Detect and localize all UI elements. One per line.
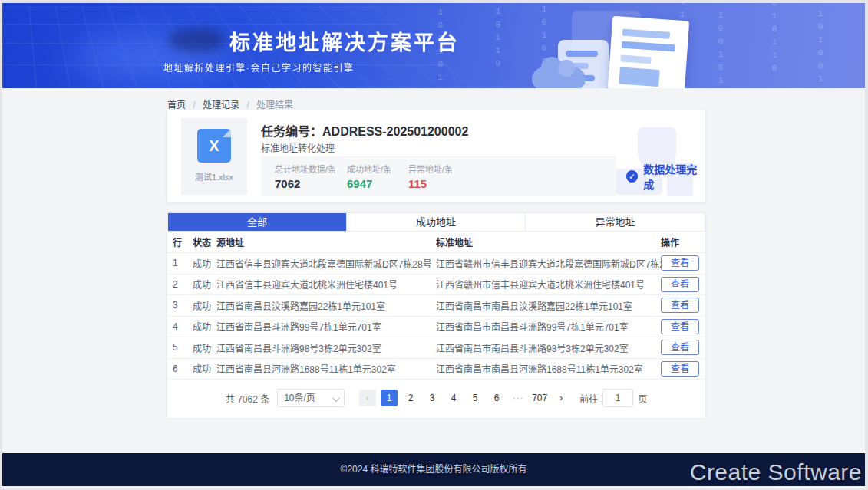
chevron-down-icon bbox=[332, 394, 340, 402]
check-circle-icon: ✓ bbox=[626, 170, 638, 183]
stat-success: 成功地址/条 6947 bbox=[347, 163, 391, 190]
col-source: 源地址 bbox=[216, 235, 436, 248]
view-button[interactable]: 查看 bbox=[661, 255, 699, 271]
pagination-page-6[interactable]: 6 bbox=[488, 390, 505, 406]
page-title: 标准地址解决方案平台 bbox=[229, 26, 460, 56]
row-status: 成功 bbox=[193, 341, 216, 354]
table-row: 5 成功 江西省南昌县斗洲路98号3栋2单元302室 江西省南昌市南昌县斗洲路9… bbox=[167, 337, 705, 359]
pagination-ellipsis[interactable]: ··· bbox=[510, 390, 526, 406]
stat-error: 异常地址/条 115 bbox=[408, 163, 453, 190]
stat-total-value: 7062 bbox=[275, 177, 336, 190]
col-standard: 标准地址 bbox=[436, 235, 661, 248]
table-row: 6 成功 江西省南昌县河洲路1688号11栋1单元302室 江西省南昌市南昌县河… bbox=[167, 359, 705, 380]
stat-error-label: 异常地址/条 bbox=[408, 163, 453, 175]
excel-file-icon: X bbox=[197, 129, 231, 163]
row-source-address: 江西省信丰县迎宾大道北桃米洲住宅楼401号 bbox=[216, 278, 436, 291]
row-index: 2 bbox=[173, 279, 193, 290]
table-row: 4 成功 江西省南昌县斗洲路99号7栋1单元701室 江西省南昌市南昌县斗洲路9… bbox=[167, 317, 705, 338]
row-index: 6 bbox=[173, 363, 193, 374]
task-number: 任务编号：ADDRESS-202501200002 bbox=[261, 121, 468, 140]
pagination: 共 7062 条 10条/页 ‹ 1 2 3 4 5 6 ··· 707 › 前… bbox=[167, 389, 705, 407]
breadcrumb-home[interactable]: 首页 bbox=[167, 100, 186, 110]
view-button[interactable]: 查看 bbox=[661, 340, 699, 355]
stat-success-value: 6947 bbox=[347, 177, 391, 190]
tab-success[interactable]: 成功地址 bbox=[347, 213, 526, 231]
cloud-icon bbox=[532, 67, 586, 88]
file-fold-corner bbox=[223, 129, 231, 137]
breadcrumb: 首页 / 处理记录 / 处理结果 bbox=[167, 97, 298, 110]
file-name: 测试1.xlsx bbox=[181, 170, 247, 183]
page-size-select[interactable]: 10条/页 bbox=[277, 389, 345, 407]
hero-banner: 100101 010110 101001 011010 100101 01011… bbox=[2, 3, 865, 88]
view-button[interactable]: 查看 bbox=[661, 361, 699, 377]
stat-total: 总计地址数据/条 7062 bbox=[275, 163, 336, 190]
row-source-address: 江西省南昌县斗洲路99号7栋1单元701室 bbox=[216, 320, 436, 333]
breadcrumb-separator: / bbox=[246, 100, 249, 110]
stat-total-label: 总计地址数据/条 bbox=[275, 163, 336, 175]
view-button[interactable]: 查看 bbox=[661, 319, 699, 334]
row-standard-address: 江西省赣州市信丰县迎宾大道北桃米洲住宅楼401号 bbox=[436, 278, 661, 291]
status-badge-text: 数据处理完成 bbox=[643, 161, 705, 192]
table-row: 2 成功 江西省信丰县迎宾大道北桃米洲住宅楼401号 江西省赣州市信丰县迎宾大道… bbox=[167, 275, 705, 296]
results-panel: 全部 成功地址 异常地址 行 状态 源地址 标准地址 操作 1 成功 江西省信丰… bbox=[167, 212, 705, 418]
table-row: 3 成功 江西省南昌县汶溪路嘉园22栋1单元101室 江西省南昌市南昌县汶溪路嘉… bbox=[167, 295, 705, 317]
pagination-goto: 前往 页 bbox=[579, 389, 647, 407]
pagination-page-4[interactable]: 4 bbox=[445, 390, 462, 406]
row-source-address: 江西省南昌县汶溪路嘉园22栋1单元101室 bbox=[216, 299, 436, 312]
page-size-value: 10条/页 bbox=[284, 393, 315, 403]
task-number-label: 任务编号： bbox=[261, 125, 322, 138]
binary-decoration: 100101 bbox=[716, 11, 725, 88]
row-index: 5 bbox=[173, 342, 193, 353]
row-standard-address: 江西省南昌市南昌县汶溪路嘉园22栋1单元101室 bbox=[436, 299, 661, 312]
task-type: 标准地址转化处理 bbox=[261, 141, 335, 154]
col-action: 操作 bbox=[661, 235, 705, 248]
row-status: 成功 bbox=[193, 320, 216, 333]
row-standard-address: 江西省南昌市南昌县斗洲路99号7栋1单元701室 bbox=[436, 320, 661, 333]
view-button[interactable]: 查看 bbox=[661, 298, 699, 313]
row-standard-address: 江西省南昌市南昌县斗洲路98号3栋2单元302室 bbox=[436, 341, 661, 354]
stat-success-label: 成功地址/条 bbox=[347, 163, 391, 175]
row-status: 成功 bbox=[193, 257, 216, 270]
pagination-next-button[interactable]: › bbox=[553, 390, 569, 406]
table-header: 行 状态 源地址 标准地址 操作 bbox=[167, 231, 705, 253]
pagination-total: 共 7062 条 bbox=[226, 392, 269, 405]
document-illustration bbox=[608, 16, 689, 88]
row-source-address: 江西省南昌县河洲路1688号11栋1单元302室 bbox=[216, 362, 436, 375]
pagination-page-2[interactable]: 2 bbox=[402, 390, 419, 406]
row-status: 成功 bbox=[193, 278, 216, 291]
goto-suffix: 页 bbox=[638, 392, 647, 405]
stat-error-value: 115 bbox=[408, 177, 453, 190]
status-badge: ✓ 数据处理完成 bbox=[626, 161, 705, 192]
binary-decoration: 010110 bbox=[493, 3, 503, 72]
pagination-page-1[interactable]: 1 bbox=[381, 390, 398, 406]
row-status: 成功 bbox=[193, 299, 216, 312]
tab-bar: 全部 成功地址 异常地址 bbox=[167, 212, 705, 231]
row-standard-address: 江西省南昌市南昌县河洲路1688号11栋1单元302室 bbox=[436, 362, 661, 375]
pagination-page-last[interactable]: 707 bbox=[531, 390, 548, 406]
page-subtitle: 地址解析处理引擎·会自己学习的智能引擎 bbox=[163, 61, 355, 74]
row-index: 4 bbox=[173, 321, 193, 332]
tab-error[interactable]: 异常地址 bbox=[526, 213, 705, 231]
platform-logo bbox=[168, 28, 225, 52]
pagination-page-5[interactable]: 5 bbox=[467, 390, 484, 406]
breadcrumb-result: 处理结果 bbox=[256, 100, 293, 110]
view-button[interactable]: 查看 bbox=[661, 277, 699, 292]
goto-page-input[interactable] bbox=[602, 389, 633, 407]
row-index: 3 bbox=[173, 300, 193, 311]
col-row: 行 bbox=[173, 235, 193, 248]
binary-decoration: 101001 bbox=[816, 9, 825, 87]
table-row: 1 成功 江西省信丰县迎宾大道北段嘉德国际新城D区7栋28号 江西省赣州市信丰县… bbox=[167, 253, 705, 275]
app-window: 100101 010110 101001 011010 100101 01011… bbox=[2, 3, 865, 488]
tab-all[interactable]: 全部 bbox=[168, 213, 347, 231]
pagination-page-3[interactable]: 3 bbox=[424, 390, 441, 406]
breadcrumb-separator: / bbox=[193, 100, 195, 110]
row-source-address: 江西省南昌县斗洲路98号3栋2单元302室 bbox=[216, 341, 436, 354]
excel-letter: X bbox=[209, 137, 219, 154]
task-summary-card: X 测试1.xlsx 任务编号：ADDRESS-202501200002 标准地… bbox=[167, 110, 705, 202]
goto-label: 前往 bbox=[579, 392, 598, 405]
breadcrumb-records[interactable]: 处理记录 bbox=[203, 100, 239, 110]
row-index: 1 bbox=[173, 258, 193, 268]
task-id: ADDRESS-202501200002 bbox=[322, 125, 468, 138]
pagination-prev-button[interactable]: ‹ bbox=[359, 390, 376, 406]
file-panel: X 测试1.xlsx bbox=[181, 118, 247, 195]
